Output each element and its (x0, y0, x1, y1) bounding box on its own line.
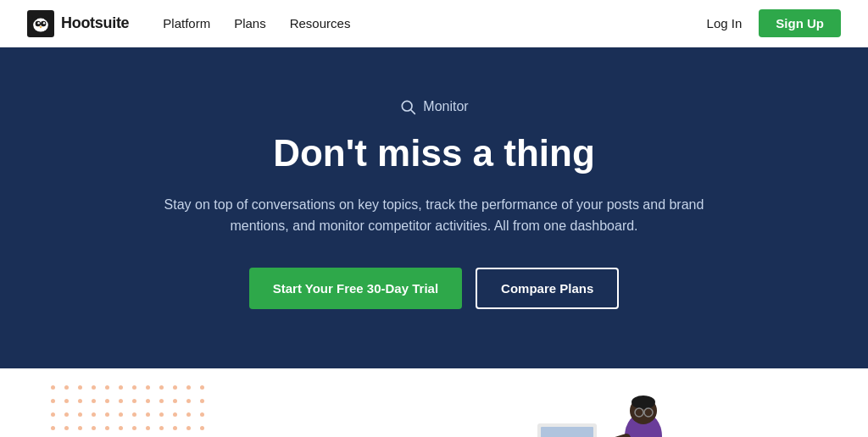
dot-decoration (200, 399, 204, 403)
dot-decoration (159, 412, 164, 417)
dot-decoration (78, 412, 82, 417)
dot-decoration (92, 426, 96, 430)
dot-decoration (64, 385, 69, 390)
svg-rect-13 (541, 427, 593, 437)
login-button[interactable]: Log In (707, 16, 743, 30)
hootsuite-logo-icon (27, 10, 54, 37)
dot-decoration (51, 426, 55, 430)
dot-decoration (146, 412, 150, 417)
dot-decoration (64, 399, 69, 403)
dot-decoration (146, 399, 150, 403)
dot-decoration (105, 412, 109, 417)
dot-decoration (132, 399, 136, 403)
dot-decoration (132, 412, 136, 417)
dot-decoration (78, 385, 82, 390)
dot-decoration (119, 426, 123, 430)
dot-decoration (173, 399, 177, 403)
dot-decoration (173, 426, 177, 430)
person-illustration: Report (512, 377, 698, 437)
dot-decoration (51, 412, 55, 417)
svg-point-18 (632, 396, 655, 409)
dot-decoration (105, 399, 109, 403)
nav-link-platform[interactable]: Platform (163, 16, 210, 30)
dot-decoration (132, 385, 136, 390)
dot-decoration (92, 385, 96, 390)
svg-point-7 (43, 22, 45, 24)
dot-decoration (186, 412, 191, 417)
hero-section: Monitor Don't miss a thing Stay on top o… (0, 47, 868, 368)
dot-decoration (159, 385, 164, 390)
dot-decoration (105, 385, 109, 390)
section-label-text: Monitor (423, 99, 468, 114)
dot-decoration (51, 385, 55, 390)
dot-decoration (92, 412, 96, 417)
svg-point-1 (33, 18, 48, 31)
dot-decoration (159, 426, 164, 430)
search-icon (399, 98, 416, 115)
bottom-section: Report (0, 368, 868, 437)
dot-decoration (146, 426, 150, 430)
dot-decoration (146, 385, 150, 390)
dot-decoration (186, 426, 191, 430)
dot-decoration (51, 399, 55, 403)
nav-link-plans[interactable]: Plans (234, 16, 266, 30)
dot-decoration (78, 426, 82, 430)
dot-decoration (92, 399, 96, 403)
nav-links: Platform Plans Resources (163, 16, 706, 30)
dot-decoration (200, 426, 204, 430)
hero-title: Don't miss a thing (34, 132, 834, 175)
dot-decoration (200, 412, 204, 417)
hero-buttons: Start Your Free 30-Day Trial Compare Pla… (34, 268, 834, 309)
dot-decoration (173, 412, 177, 417)
dot-decoration (186, 385, 191, 390)
navbar: Hootsuite Platform Plans Resources Log I… (0, 0, 868, 47)
logo-link[interactable]: Hootsuite (27, 10, 129, 37)
nav-actions: Log In Sign Up (707, 9, 841, 37)
dot-decoration (119, 399, 123, 403)
svg-point-6 (37, 22, 39, 24)
dot-grid-inner (51, 385, 220, 437)
dot-decoration (64, 426, 69, 430)
dot-decoration (132, 426, 136, 430)
logo-text: Hootsuite (61, 14, 129, 32)
dot-decoration (119, 385, 123, 390)
dot-decoration (64, 412, 69, 417)
signup-button[interactable]: Sign Up (759, 9, 841, 37)
trial-button[interactable]: Start Your Free 30-Day Trial (249, 268, 462, 309)
nav-link-resources[interactable]: Resources (290, 16, 351, 30)
dot-decoration (119, 412, 123, 417)
dot-decoration (173, 385, 177, 390)
compare-button[interactable]: Compare Plans (476, 268, 619, 309)
svg-line-10 (411, 110, 415, 114)
dot-decoration (186, 399, 191, 403)
dot-decoration (105, 426, 109, 430)
dot-decoration (78, 399, 82, 403)
hero-description: Stay on top of conversations on key topi… (146, 194, 722, 237)
dot-decoration (159, 399, 164, 403)
dot-decoration (200, 385, 204, 390)
dot-grid-decoration (51, 385, 220, 437)
section-label-container: Monitor (399, 98, 468, 115)
